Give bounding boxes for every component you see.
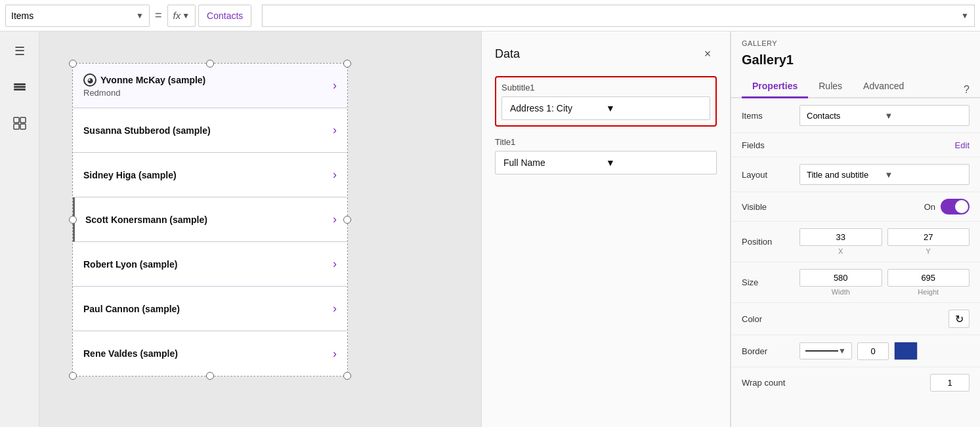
color-row: Color ↻ — [731, 303, 980, 335]
gallery-item-0[interactable]: ◕ Yvonne McKay (sample) Redmond › — [73, 64, 347, 108]
equals-sign: = — [152, 9, 165, 22]
gallery-item-6[interactable]: Rene Valdes (sample) › — [73, 331, 347, 376]
panel-tabs: Properties Rules Advanced — [731, 75, 980, 98]
help-icon[interactable]: ? — [964, 84, 969, 96]
size-width-input[interactable] — [799, 269, 882, 287]
size-height-label: Height — [887, 288, 970, 296]
position-label: Position — [742, 237, 794, 247]
left-sidebar: ☰ — [0, 31, 39, 427]
items-dropdown[interactable]: Items ▼ — [5, 5, 150, 27]
svg-rect-6 — [20, 124, 26, 129]
handle-tr[interactable] — [343, 60, 351, 68]
items-dropdown-chevron: ▼ — [136, 11, 144, 20]
wrap-input[interactable] — [930, 374, 969, 392]
position-inputs: X Y — [799, 228, 969, 255]
border-style-chevron: ▼ — [838, 346, 846, 356]
color-label: Color — [742, 314, 943, 324]
handle-mr[interactable] — [343, 216, 351, 224]
layout-row-value: Title and subtitle ▼ — [799, 164, 969, 185]
item-title-5: Paul Cannon (sample) — [83, 304, 328, 314]
gallery-item-5[interactable]: Paul Cannon (sample) › — [73, 287, 347, 331]
top-bar-left: Items ▼ = fx ▼ Contacts — [5, 5, 251, 27]
border-width-input[interactable] — [857, 342, 889, 360]
border-row: Border ▼ — [731, 335, 980, 367]
fields-row-value: Edit — [799, 140, 969, 150]
position-x-group: X — [799, 228, 882, 255]
gallery-item-1[interactable]: Susanna Stubberod (sample) › — [73, 108, 347, 153]
item-arrow-4: › — [333, 257, 337, 271]
wrap-row: Wrap count — [731, 367, 980, 398]
gallery-item-3[interactable]: Scott Konersmann (sample) › — [73, 197, 347, 242]
position-y-group: Y — [887, 228, 970, 255]
wrap-label: Wrap count — [742, 378, 925, 388]
title-field-value: Full Name — [503, 157, 606, 168]
visible-toggle[interactable] — [941, 199, 969, 214]
border-label: Border — [742, 346, 794, 356]
handle-ml[interactable] — [69, 216, 77, 224]
top-bar-right-dropdown[interactable]: ▼ — [262, 5, 975, 27]
color-swatch-button[interactable]: ↻ — [948, 310, 969, 328]
tab-advanced[interactable]: Advanced — [853, 75, 914, 98]
item-content-2: Sidney Higa (sample) — [83, 170, 328, 180]
gallery-item-2[interactable]: Sidney Higa (sample) › — [73, 153, 347, 197]
subtitle-field-select[interactable]: Address 1: City ▼ — [501, 96, 710, 120]
item-arrow-0: › — [333, 79, 337, 92]
formula-bar[interactable]: Contacts — [198, 5, 251, 27]
fields-row-label: Fields — [742, 140, 794, 150]
fields-edit-link[interactable]: Edit — [955, 140, 969, 150]
gallery-widget[interactable]: ◕ Yvonne McKay (sample) Redmond › Susann… — [72, 63, 348, 376]
color-swatch-icon: ↻ — [955, 313, 964, 325]
border-color-swatch[interactable] — [894, 342, 918, 360]
title-field-select[interactable]: Full Name ▼ — [495, 151, 717, 174]
tab-properties[interactable]: Properties — [742, 75, 808, 98]
items-row-label: Items — [742, 111, 794, 121]
main-layout: ☰ — [0, 31, 980, 427]
handle-bl[interactable] — [69, 372, 77, 380]
item-arrow-3: › — [333, 213, 337, 226]
fx-button[interactable]: fx ▼ — [167, 5, 196, 27]
data-panel: Data × Subtitle1 Address 1: City ▼ Title… — [481, 31, 731, 427]
data-panel-close[interactable]: × — [698, 45, 717, 63]
position-x-input[interactable] — [799, 228, 882, 246]
grid-icon — [12, 116, 27, 134]
position-y-input[interactable] — [887, 228, 970, 246]
canvas-area[interactable]: ◕ Yvonne McKay (sample) Redmond › Susann… — [39, 31, 481, 427]
sidebar-item-grid[interactable] — [8, 113, 32, 136]
item-title-2: Sidney Higa (sample) — [83, 170, 328, 180]
fx-chevron: ▼ — [182, 11, 190, 20]
handle-bm[interactable] — [206, 372, 214, 380]
item-content-5: Paul Cannon (sample) — [83, 304, 328, 314]
size-height-input[interactable] — [887, 269, 970, 287]
item-arrow-6: › — [333, 347, 337, 361]
size-inputs: Width Height — [799, 269, 969, 296]
gallery-item-4[interactable]: Robert Lyon (sample) › — [73, 242, 347, 287]
item-arrow-1: › — [333, 123, 337, 137]
items-dropdown-label: Items — [11, 10, 133, 21]
layout-dropdown-value: Title and subtitle — [807, 170, 885, 180]
border-style-dropdown[interactable]: ▼ — [799, 342, 852, 359]
right-dropdown-chevron: ▼ — [961, 11, 969, 20]
item-content-3: Scott Konersmann (sample) — [85, 214, 328, 225]
items-dropdown-panel[interactable]: Contacts ▼ — [799, 105, 969, 126]
sidebar-item-menu[interactable]: ☰ — [8, 39, 32, 63]
item-subtitle-0: Redmond — [83, 88, 328, 98]
subtitle-field-label: Subtitle1 — [501, 83, 710, 92]
item-content-6: Rene Valdes (sample) — [83, 348, 328, 359]
handle-br[interactable] — [343, 372, 351, 380]
tab-rules[interactable]: Rules — [808, 75, 853, 98]
properties-panel: GALLERY Gallery1 ? Properties Rules Adva… — [731, 31, 980, 427]
title-field-chevron: ▼ — [606, 157, 708, 168]
layout-row-label: Layout — [742, 170, 794, 180]
handle-tl[interactable] — [69, 60, 77, 68]
fields-row: Fields Edit — [731, 133, 980, 157]
gallery-section-header: GALLERY — [731, 31, 980, 50]
border-line-icon — [805, 350, 838, 352]
sidebar-item-layers[interactable] — [8, 76, 32, 100]
items-dropdown-panel-value: Contacts — [807, 111, 885, 121]
item-title-6: Rene Valdes (sample) — [83, 348, 328, 359]
item-content-1: Susanna Stubberod (sample) — [83, 125, 328, 136]
layout-dropdown[interactable]: Title and subtitle ▼ — [799, 164, 969, 185]
handle-tm[interactable] — [206, 60, 214, 68]
size-height-group: Height — [887, 269, 970, 296]
item-title-4: Robert Lyon (sample) — [83, 259, 328, 270]
